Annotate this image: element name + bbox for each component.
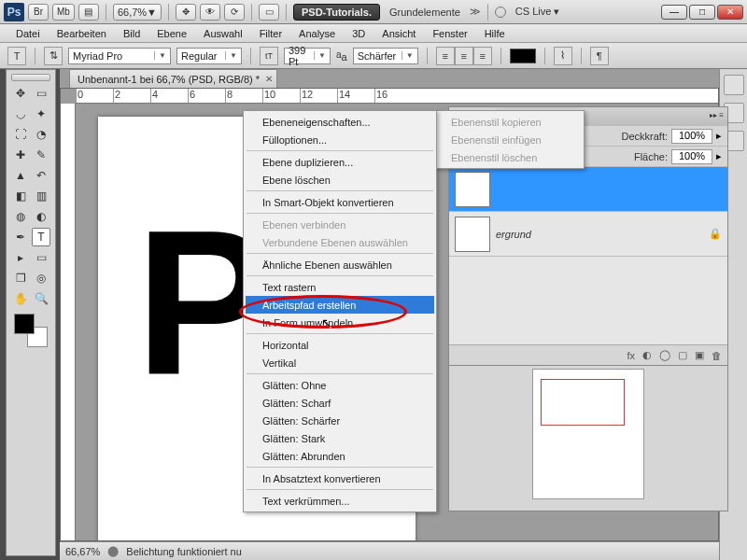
- crop-tool[interactable]: ⛶: [11, 125, 30, 144]
- paragraph-panel-icon[interactable]: ¶: [590, 47, 609, 65]
- eye-icon[interactable]: 👁: [200, 4, 220, 21]
- eraser-tool[interactable]: ◧: [11, 187, 30, 205]
- mi-fuelloptionen[interactable]: Fülloptionen...: [246, 131, 434, 148]
- mi-aehnliche-ebenen[interactable]: Ähnliche Ebenen auswählen: [246, 256, 434, 273]
- fx-icon[interactable]: fx: [627, 350, 635, 361]
- zoom-field[interactable]: 66,7%▼: [113, 4, 162, 21]
- font-family-field[interactable]: Myriad Pro▼: [68, 48, 171, 64]
- navigator-viewport[interactable]: [541, 379, 625, 426]
- align-center-icon[interactable]: ≡: [455, 47, 473, 65]
- font-style-field[interactable]: Regular▼: [176, 48, 242, 64]
- marquee-tool[interactable]: ▭: [32, 84, 50, 103]
- mi-arbeitspfad-erstellen[interactable]: Arbeitspfad erstellen: [246, 296, 434, 314]
- menu-fenster[interactable]: Fenster: [424, 28, 475, 39]
- layer-item-background[interactable]: ergrund 🔒: [449, 212, 727, 257]
- menu-analyse[interactable]: Analyse: [290, 28, 344, 39]
- fill-value[interactable]: 100%: [671, 149, 712, 164]
- type-tool[interactable]: T: [32, 228, 50, 246]
- text-color-swatch[interactable]: [510, 49, 536, 63]
- menu-3d[interactable]: 3D: [344, 28, 374, 39]
- mask-icon[interactable]: ◐: [642, 349, 652, 361]
- mi-in-form-umwandeln[interactable]: In Form umwandeln: [246, 314, 434, 331]
- menu-bild[interactable]: Bild: [115, 28, 148, 39]
- menu-bearbeiten[interactable]: Bearbeiten: [49, 28, 115, 39]
- mi-horizontal[interactable]: Horizontal: [246, 336, 434, 354]
- hand-tool[interactable]: ✋: [11, 289, 30, 308]
- mi-glaetten-schaerfer[interactable]: Glätten: Schärfer: [246, 412, 434, 429]
- cslive-icon: [495, 7, 506, 18]
- orientation-icon[interactable]: ⇅: [44, 47, 63, 65]
- toolbox-grip[interactable]: [11, 74, 50, 81]
- lasso-tool[interactable]: ◡: [11, 105, 30, 123]
- mi-ebene-loeschen[interactable]: Ebene löschen: [246, 171, 434, 189]
- minibridge-button[interactable]: Mb: [52, 4, 75, 21]
- workspace-label[interactable]: Grundelemente: [384, 7, 466, 18]
- bridge-button[interactable]: Br: [28, 4, 49, 21]
- mi-ebenenstil-loeschen: Ebenenstil löschen: [438, 148, 582, 166]
- 3d-camera-tool[interactable]: ◎: [32, 269, 50, 287]
- trash-icon[interactable]: 🗑: [712, 350, 722, 361]
- mi-absatztext[interactable]: In Absatztext konvertieren: [246, 469, 434, 487]
- menu-ebene[interactable]: Ebene: [148, 28, 195, 39]
- antialias-field[interactable]: Schärfer▼: [353, 48, 418, 64]
- mi-glaetten-stark[interactable]: Glätten: Stark: [246, 429, 434, 447]
- status-zoom[interactable]: 66,67%: [65, 546, 100, 557]
- cslive-button[interactable]: CS Live ▾: [510, 6, 566, 18]
- menu-ansicht[interactable]: Ansicht: [374, 28, 424, 39]
- heal-tool[interactable]: ✚: [11, 146, 30, 164]
- document-tab[interactable]: Unbenannt-1 bei 66,7% (PSD, RGB/8) * ✕: [69, 69, 277, 88]
- 3d-tool[interactable]: ❒: [11, 269, 30, 287]
- shape-tool[interactable]: ▭: [32, 248, 50, 267]
- stamp-tool[interactable]: ▲: [11, 166, 30, 185]
- mi-smart-objekt[interactable]: In Smart-Objekt konvertieren: [246, 193, 434, 211]
- adjust-icon[interactable]: ◯: [659, 349, 670, 361]
- tab-close-icon[interactable]: ✕: [265, 74, 273, 84]
- opacity-slider-icon[interactable]: ▸: [716, 130, 722, 142]
- navigator-preview[interactable]: [532, 369, 644, 499]
- mi-glaetten-abrunden[interactable]: Glätten: Abrunden: [246, 447, 434, 465]
- folder-icon[interactable]: ▢: [678, 349, 687, 361]
- new-layer-icon[interactable]: ▣: [695, 349, 704, 361]
- fg-bg-swatch[interactable]: [14, 314, 48, 347]
- blur-tool[interactable]: ◍: [11, 207, 30, 226]
- move-tool[interactable]: ✥: [11, 84, 30, 103]
- warp-text-icon[interactable]: ⌇: [554, 47, 572, 65]
- align-left-icon[interactable]: ≡: [436, 47, 455, 65]
- font-size-field[interactable]: 399 Pt▼: [284, 48, 331, 64]
- menu-filter[interactable]: Filter: [251, 28, 290, 39]
- mi-glaetten-scharf[interactable]: Glätten: Scharf: [246, 394, 434, 412]
- tutorials-button[interactable]: PSD-Tutorials.: [293, 4, 380, 21]
- filmstrip-icon[interactable]: ▤: [78, 4, 99, 21]
- eyedropper-tool[interactable]: ◔: [32, 125, 50, 144]
- maximize-button[interactable]: □: [689, 5, 715, 20]
- history-brush-tool[interactable]: ↶: [32, 166, 50, 185]
- gradient-tool[interactable]: ▥: [32, 187, 50, 205]
- mi-text-rastern[interactable]: Text rastern: [246, 278, 434, 296]
- brush-tool[interactable]: ✎: [32, 146, 50, 164]
- wand-tool[interactable]: ✦: [32, 105, 50, 123]
- layer-item-selected[interactable]: [449, 167, 727, 212]
- hand-icon[interactable]: ✥: [176, 4, 196, 21]
- mi-glaetten-ohne[interactable]: Glätten: Ohne: [246, 376, 434, 394]
- menu-datei[interactable]: Datei: [7, 28, 49, 39]
- panel-menu-icon[interactable]: ▸▸ ≡: [710, 111, 724, 119]
- menu-hilfe[interactable]: Hilfe: [476, 28, 514, 39]
- dodge-tool[interactable]: ◐: [32, 207, 50, 226]
- dock-icon-1[interactable]: [724, 75, 744, 95]
- opacity-value[interactable]: 100%: [671, 129, 712, 144]
- close-button[interactable]: ✕: [717, 5, 743, 20]
- path-select-tool[interactable]: ▸: [11, 248, 30, 267]
- menu-auswahl[interactable]: Auswahl: [195, 28, 251, 39]
- mi-ebene-duplizieren[interactable]: Ebene duplizieren...: [246, 153, 434, 171]
- mi-ebeneneigenschaften[interactable]: Ebeneneigenschaften...: [246, 113, 434, 131]
- mi-vertikal[interactable]: Vertikal: [246, 354, 434, 371]
- align-right-icon[interactable]: ≡: [473, 47, 492, 65]
- foreground-color[interactable]: [14, 314, 35, 334]
- zoom-tool-box[interactable]: 🔍: [32, 289, 50, 308]
- fill-slider-icon[interactable]: ▸: [716, 150, 722, 162]
- screen-mode-icon[interactable]: ▭: [259, 4, 279, 21]
- pen-tool[interactable]: ✒: [11, 228, 30, 246]
- mi-text-verkruemmen[interactable]: Text verkrümmen...: [246, 492, 434, 510]
- rotate-icon[interactable]: ⟳: [224, 4, 245, 21]
- minimize-button[interactable]: —: [661, 5, 687, 20]
